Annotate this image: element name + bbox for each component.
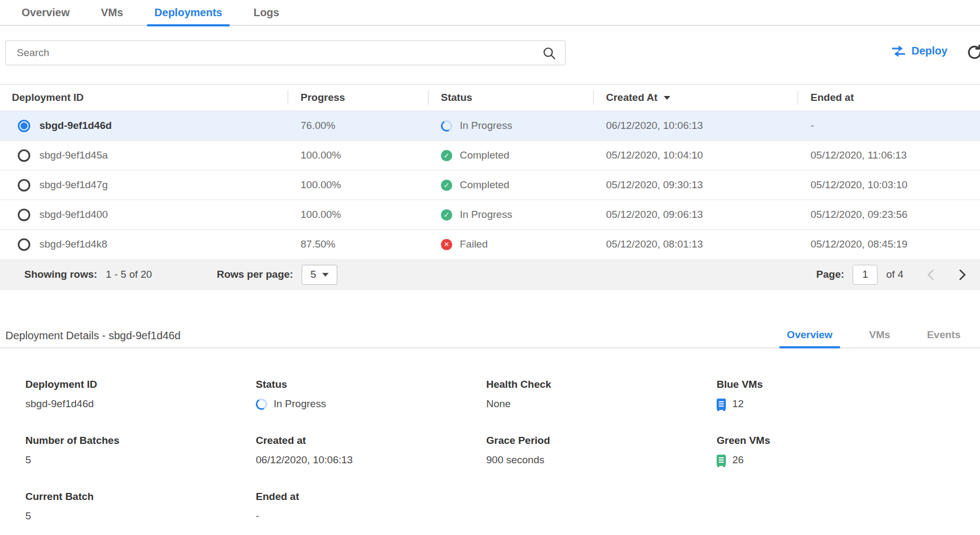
row-radio[interactable]	[18, 209, 30, 221]
tab-label: Logs	[254, 6, 280, 19]
completed-icon	[441, 150, 452, 161]
showing-rows-label: Showing rows:	[24, 269, 97, 280]
deployment-id-cell: sbgd-9ef1d47g	[39, 179, 108, 191]
detail-field: Grace Period 900 seconds	[486, 435, 717, 467]
field-label: Status	[256, 379, 486, 390]
table-row[interactable]: sbgd-9ef1d400 100.00% In Progress 05/12/…	[0, 200, 980, 229]
completed-icon	[441, 209, 452, 221]
field-value: 06/12/2020, 10:06:13	[256, 454, 353, 466]
chevron-down-icon	[322, 273, 329, 277]
search-box	[5, 40, 566, 65]
field-label: Green VMs	[717, 435, 980, 447]
field-label: Created at	[256, 435, 486, 447]
table-footer: Showing rows: 1 - 5 of 20 Rows per page:…	[0, 259, 980, 290]
field-label: Deployment ID	[25, 379, 256, 390]
top-tab-bar: Overview VMs Deployments Logs	[0, 0, 980, 26]
row-radio[interactable]	[18, 238, 30, 251]
tab-label: Events	[927, 329, 961, 340]
field-label: Grace Period	[486, 435, 717, 447]
tab-label: Overview	[22, 6, 70, 19]
search-icon[interactable]	[542, 46, 556, 60]
details-title: Deployment Details - sbgd-9ef1d46d	[5, 330, 181, 342]
deployment-id-cell: sbgd-9ef1d46d	[39, 120, 112, 132]
details-tab-bar: Overview VMs Events	[779, 329, 968, 348]
ended-at-cell: 05/12/2020, 08:45:19	[811, 238, 908, 250]
field-label: Current Batch	[25, 491, 256, 503]
column-header-created-at[interactable]: Created At	[593, 85, 798, 111]
field-value: None	[486, 398, 511, 410]
row-radio[interactable]	[18, 179, 30, 191]
field-label: Number of Batches	[25, 435, 256, 447]
table-row[interactable]: sbgd-9ef1d47g 100.00% Completed 05/12/20…	[0, 170, 980, 200]
details-tab-events[interactable]: Events	[920, 329, 968, 348]
tab-vms[interactable]: VMs	[93, 0, 131, 25]
details-tab-overview[interactable]: Overview	[779, 329, 840, 348]
field-value: 12	[732, 398, 744, 410]
page-number-input[interactable]	[853, 265, 877, 285]
progress-cell: 87.50%	[301, 238, 335, 250]
table-row[interactable]: sbgd-9ef1d46d 76.00% In Progress 06/12/2…	[0, 111, 980, 140]
deploy-button[interactable]: Deploy	[891, 45, 948, 57]
field-label: Blue VMs	[717, 379, 980, 390]
row-radio[interactable]	[18, 149, 30, 162]
in-progress-icon	[440, 119, 454, 133]
ended-at-cell: -	[811, 120, 814, 132]
tab-deployments[interactable]: Deployments	[147, 0, 230, 25]
field-value: 26	[732, 454, 744, 466]
created-at-cell: 05/12/2020, 09:06:13	[606, 209, 703, 221]
next-page-button[interactable]	[959, 269, 966, 280]
rows-per-page-select[interactable]: 5	[302, 265, 337, 285]
column-header-ended-at[interactable]: Ended at	[798, 85, 980, 111]
status-cell: Completed	[460, 179, 509, 191]
column-header-deployment-id[interactable]: Deployment ID	[0, 85, 288, 111]
field-value: sbgd-9ef1d46d	[25, 398, 94, 410]
ended-at-cell: 05/12/2020, 10:03:10	[811, 179, 908, 191]
table-row[interactable]: sbgd-9ef1d4k8 87.50% Failed 05/12/2020, …	[0, 229, 980, 259]
created-at-cell: 05/12/2020, 09:30:13	[606, 179, 703, 191]
field-value: 5	[25, 510, 31, 522]
tab-overview[interactable]: Overview	[14, 0, 77, 25]
detail-field: Blue VMs 12	[717, 379, 980, 411]
detail-field: Ended at -	[256, 491, 486, 523]
failed-icon	[441, 239, 452, 250]
refresh-icon[interactable]	[966, 44, 980, 61]
field-label: Health Check	[486, 379, 717, 390]
status-cell: Completed	[460, 149, 509, 161]
tab-label: Deployments	[154, 6, 222, 19]
showing-rows-value: 1 - 5 of 20	[106, 269, 152, 280]
detail-field: Health Check None	[486, 379, 717, 411]
deploy-swap-arrows-icon	[891, 45, 906, 57]
status-cell: In Progress	[460, 120, 512, 132]
detail-field: Current Batch 5	[25, 491, 256, 523]
table-header: Deployment ID Progress Status Created At…	[0, 84, 980, 111]
sort-descending-icon	[664, 96, 670, 100]
deploy-button-label: Deploy	[911, 45, 948, 57]
details-tab-vms[interactable]: VMs	[862, 329, 898, 348]
column-header-progress[interactable]: Progress	[288, 85, 428, 111]
field-value: 5	[25, 454, 31, 466]
deployment-details-panel: Deployment Details - sbgd-9ef1d46d Overv…	[0, 325, 980, 523]
detail-field: Created at 06/12/2020, 10:06:13	[256, 435, 486, 467]
column-header-status[interactable]: Status	[428, 85, 593, 111]
progress-cell: 76.00%	[301, 120, 335, 132]
status-cell: In Progress	[460, 209, 512, 221]
table-row[interactable]: sbgd-9ef1d45a 100.00% Completed 05/12/20…	[0, 140, 980, 170]
page-count: of 4	[886, 269, 903, 280]
spinner-icon	[255, 397, 269, 411]
field-value: -	[256, 510, 259, 522]
row-radio[interactable]	[18, 120, 30, 132]
table-body: sbgd-9ef1d46d 76.00% In Progress 06/12/2…	[0, 111, 980, 259]
completed-icon	[441, 180, 452, 191]
field-value: 900 seconds	[486, 454, 545, 466]
rows-per-page-label: Rows per page:	[217, 269, 293, 280]
progress-cell: 100.00%	[301, 209, 341, 221]
progress-cell: 100.00%	[301, 149, 341, 161]
tab-logs[interactable]: Logs	[246, 0, 287, 25]
deployments-table: Deployment ID Progress Status Created At…	[0, 84, 980, 290]
field-value: In Progress	[274, 398, 326, 410]
detail-field: Deployment ID sbgd-9ef1d46d	[25, 379, 256, 411]
search-input[interactable]	[6, 47, 565, 59]
status-cell: Failed	[460, 238, 488, 250]
previous-page-button[interactable]	[927, 269, 934, 280]
deployment-id-cell: sbgd-9ef1d4k8	[39, 238, 107, 250]
